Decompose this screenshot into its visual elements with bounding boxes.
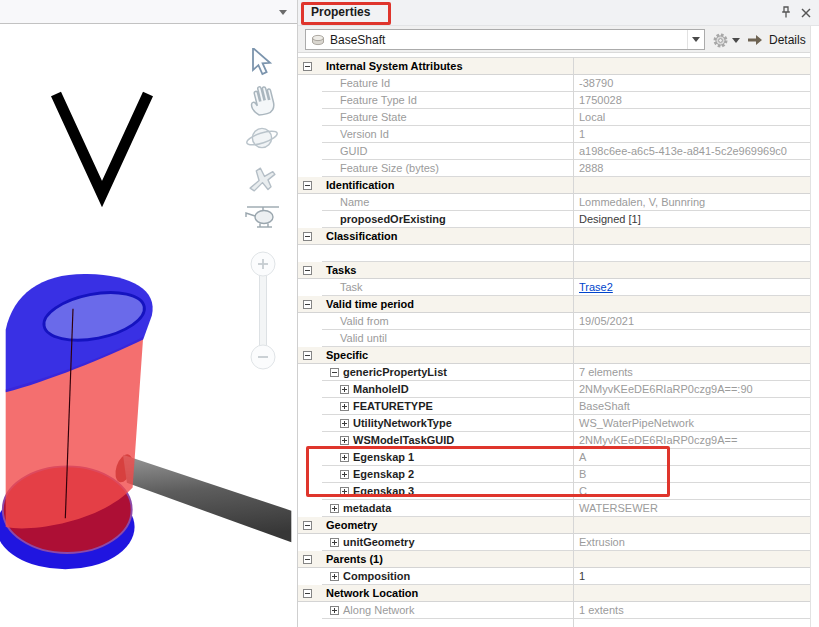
row-gutter	[298, 432, 322, 449]
property-row[interactable]: Along Network1 extents	[298, 602, 811, 619]
property-row[interactable]: metadataWATERSEWER	[298, 500, 811, 517]
plus-box-icon[interactable]	[330, 538, 339, 547]
property-label: Classification	[326, 230, 398, 242]
plus-box-icon[interactable]	[340, 419, 349, 428]
property-row[interactable]: proposedOrExistingDesigned [1]	[298, 211, 811, 228]
property-label: Feature State	[340, 111, 407, 123]
property-row[interactable]: UtilityNetworkTypeWS_WaterPipeNetwork	[298, 415, 811, 432]
scrollbar-gutter[interactable]	[810, 26, 819, 627]
property-row[interactable]: Feature StateLocal	[298, 109, 811, 126]
section-row[interactable]: Identification	[298, 177, 811, 194]
pin-icon[interactable]	[778, 5, 794, 21]
row-gutter	[298, 160, 322, 177]
feature-puck-icon	[309, 32, 327, 48]
property-row[interactable]: Feature Id-38790	[298, 75, 811, 92]
row-gutter	[298, 466, 322, 483]
property-row[interactable]: Egenskap 1A	[298, 449, 811, 466]
row-gutter	[298, 449, 322, 466]
minus-box-icon[interactable]	[303, 351, 312, 360]
details-button[interactable]: Details	[746, 29, 819, 50]
section-row[interactable]: Valid time period	[298, 296, 811, 313]
plus-box-icon[interactable]	[330, 606, 339, 615]
property-row[interactable]: ManholeID2NMyvKEeDE6RIaRP0czg9A==:90	[298, 381, 811, 398]
plus-box-icon[interactable]	[340, 436, 349, 445]
row-gutter	[298, 228, 322, 244]
property-row[interactable]: Valid from19/05/2021	[298, 313, 811, 330]
plus-box-icon[interactable]	[330, 504, 339, 513]
section-row[interactable]: Internal System Attributes	[298, 58, 811, 75]
hand-icon[interactable]	[245, 82, 281, 118]
property-row[interactable]: TaskTrase2	[298, 279, 811, 296]
property-label: Task	[340, 281, 363, 293]
property-label: Version Id	[340, 128, 389, 140]
section-row[interactable]: Geometry	[298, 517, 811, 534]
property-row[interactable]: Feature Size (bytes)2888	[298, 160, 811, 177]
section-row[interactable]: Parents (1)	[298, 551, 811, 568]
settings-button[interactable]	[712, 30, 742, 50]
minus-box-icon[interactable]	[303, 521, 312, 530]
plane-icon[interactable]	[246, 162, 279, 195]
property-value: 7 elements	[579, 366, 633, 378]
grid-column-divider[interactable]	[573, 57, 574, 627]
property-row[interactable]: WSModelTaskGUID2NMyvKEeDE6RIaRP0czg9A==	[298, 432, 811, 449]
cursor-icon[interactable]	[251, 48, 277, 76]
property-row[interactable]: GUIDa198c6ee-a6c5-413e-a841-5c2e969969c0	[298, 143, 811, 160]
plus-box-icon[interactable]	[340, 402, 349, 411]
minus-box-icon[interactable]	[303, 181, 312, 190]
plus-box-icon[interactable]	[340, 470, 349, 479]
plus-box-icon[interactable]	[340, 385, 349, 394]
property-row[interactable]: Egenskap 3C	[298, 483, 811, 500]
property-value: Local	[579, 111, 605, 123]
section-row[interactable]: Tasks	[298, 262, 811, 279]
zoom-slider[interactable]	[248, 250, 278, 372]
property-row[interactable]: Valid until	[298, 330, 811, 347]
plus-box-icon[interactable]	[340, 487, 349, 496]
section-row[interactable]: Classification	[298, 228, 811, 245]
feature-combo[interactable]: BaseShaft	[305, 29, 705, 50]
property-row[interactable]: genericPropertyList7 elements	[298, 364, 811, 381]
minus-box-icon[interactable]	[303, 266, 312, 275]
property-row[interactable]: Version Id1	[298, 126, 811, 143]
property-row[interactable]: unitGeometryExtrusion	[298, 534, 811, 551]
property-value: 2NMyvKEeDE6RIaRP0czg9A==	[579, 434, 737, 446]
planet-icon[interactable]	[245, 122, 279, 154]
property-row[interactable]: Egenskap 2B	[298, 466, 811, 483]
minus-box-icon[interactable]	[303, 300, 312, 309]
viewport-dropdown-icon[interactable]	[279, 10, 287, 15]
property-label: Valid time period	[326, 298, 414, 310]
row-gutter	[298, 58, 322, 74]
row-gutter	[298, 415, 322, 432]
property-row[interactable]: Feature Type Id1750028	[298, 92, 811, 109]
viewport-top-strip	[0, 0, 297, 24]
property-row[interactable]: FEATURETYPEBaseShaft	[298, 398, 811, 415]
minus-box-icon[interactable]	[303, 62, 312, 71]
property-row[interactable]	[298, 245, 811, 262]
property-row[interactable]: NameLommedalen, V, Bunnring	[298, 194, 811, 211]
row-gutter	[298, 313, 322, 330]
3d-viewport[interactable]	[0, 0, 297, 627]
plus-box-icon[interactable]	[340, 453, 349, 462]
property-value: 1750028	[579, 94, 622, 106]
property-label: unitGeometry	[343, 536, 415, 548]
property-label: ManholeID	[353, 383, 409, 395]
property-value: 1	[579, 128, 585, 140]
row-gutter	[298, 75, 322, 92]
section-row[interactable]: Specific	[298, 347, 811, 364]
gear-icon	[712, 32, 729, 49]
minus-box-icon[interactable]	[330, 368, 339, 377]
task-link[interactable]: Trase2	[579, 281, 613, 293]
minus-box-icon[interactable]	[303, 232, 312, 241]
panel-header: Properties	[298, 0, 819, 26]
property-value: 1	[579, 570, 585, 582]
property-value: A	[579, 451, 586, 463]
plus-box-icon[interactable]	[330, 572, 339, 581]
section-row[interactable]: Network Location	[298, 585, 811, 602]
combo-dropdown-button[interactable]	[687, 30, 704, 49]
minus-box-icon[interactable]	[303, 589, 312, 598]
close-icon[interactable]	[798, 5, 814, 21]
minus-box-icon[interactable]	[303, 555, 312, 564]
helicopter-icon[interactable]	[243, 200, 283, 236]
row-gutter	[298, 330, 322, 347]
property-row[interactable]: Composition1	[298, 568, 811, 585]
property-label: Egenskap 2	[353, 468, 414, 480]
